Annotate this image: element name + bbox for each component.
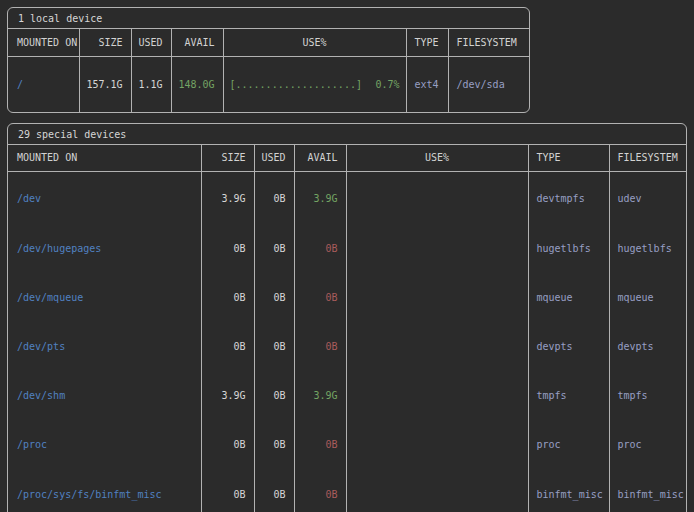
special-header-row: MOUNTED ON SIZE USED AVAIL USE% TYPE FIL… <box>8 145 686 172</box>
use-percent-cell <box>346 421 528 470</box>
mount-row: /dev/shm 3.9G 0B 3.9G tmpfs tmpfs <box>8 372 686 421</box>
mounted-on-cell: /proc/sys/fs/binfmt_misc <box>8 470 201 512</box>
used-cell: 0B <box>254 421 294 470</box>
column-header-use-percent: USE% <box>223 29 406 56</box>
mount-row: /proc/sys/fs/binfmt_misc 0B 0B 0B binfmt… <box>8 470 686 512</box>
use-percent-cell <box>346 224 528 273</box>
special-devices-rows: /dev 3.9G 0B 3.9G devtmpfs udev /dev/hug… <box>8 172 686 512</box>
avail-cell: 3.9G <box>294 372 346 421</box>
avail-cell: 0B <box>294 421 346 470</box>
special-devices-title: 29 special devices <box>8 124 686 145</box>
use-percent-cell <box>346 470 528 512</box>
column-header-avail: AVAIL <box>171 29 223 56</box>
column-header-mounted-on: MOUNTED ON <box>8 145 201 172</box>
column-header-size: SIZE <box>79 29 131 56</box>
avail-cell: 3.9G <box>294 172 346 225</box>
mount-row: /dev 3.9G 0B 3.9G devtmpfs udev <box>8 172 686 225</box>
column-header-type: TYPE <box>406 29 448 56</box>
mounted-on-cell: / <box>8 56 79 112</box>
local-header-row: MOUNTED ON SIZE USED AVAIL USE% TYPE FIL… <box>8 29 529 56</box>
avail-cell: 0B <box>294 470 346 512</box>
use-percent-cell <box>346 273 528 322</box>
column-header-avail: AVAIL <box>294 145 346 172</box>
filesystem-cell: hugetlbfs <box>609 224 686 273</box>
avail-cell: 148.0G <box>171 56 223 112</box>
filesystem-cell: udev <box>609 172 686 225</box>
mounted-on-cell: /dev/mqueue <box>8 273 201 322</box>
size-cell: 0B <box>201 273 254 322</box>
local-devices-panel: 1 local device MOUNTED ON SIZE USED AVAI… <box>7 7 530 113</box>
used-cell: 0B <box>254 372 294 421</box>
type-cell: hugetlbfs <box>528 224 609 273</box>
used-cell: 0B <box>254 273 294 322</box>
size-cell: 3.9G <box>201 172 254 225</box>
mount-row: /proc 0B 0B 0B proc proc <box>8 421 686 470</box>
type-cell: proc <box>528 421 609 470</box>
filesystem-cell: devpts <box>609 323 686 372</box>
column-header-size: SIZE <box>201 145 254 172</box>
column-header-used: USED <box>254 145 294 172</box>
use-percent-cell: [....................] 0.7% <box>223 56 406 112</box>
type-cell: tmpfs <box>528 372 609 421</box>
column-header-type: TYPE <box>528 145 609 172</box>
local-devices-table: MOUNTED ON SIZE USED AVAIL USE% TYPE FIL… <box>8 29 529 112</box>
filesystem-cell: /dev/sda <box>448 56 529 112</box>
type-cell: binfmt_misc <box>528 470 609 512</box>
column-header-mounted-on: MOUNTED ON <box>8 29 79 56</box>
mount-row: /dev/pts 0B 0B 0B devpts devpts <box>8 323 686 372</box>
size-cell: 0B <box>201 224 254 273</box>
use-percent-cell <box>346 323 528 372</box>
mount-row: /dev/hugepages 0B 0B 0B hugetlbfs hugetl… <box>8 224 686 273</box>
used-cell: 1.1G <box>131 56 171 112</box>
used-cell: 0B <box>254 172 294 225</box>
type-cell: devpts <box>528 323 609 372</box>
usage-bar-wrap: [....................] 0.7% <box>224 79 406 90</box>
filesystem-cell: binfmt_misc <box>609 470 686 512</box>
local-devices-title: 1 local device <box>8 8 529 29</box>
size-cell: 0B <box>201 323 254 372</box>
special-devices-panel: 29 special devices MOUNTED ON SIZE USED … <box>7 123 687 512</box>
type-cell: devtmpfs <box>528 172 609 225</box>
mount-row: / 157.1G 1.1G 148.0G [..................… <box>8 56 529 112</box>
used-cell: 0B <box>254 224 294 273</box>
mounted-on-cell: /dev/shm <box>8 372 201 421</box>
avail-cell: 0B <box>294 323 346 372</box>
column-header-filesystem: FILESYSTEM <box>609 145 686 172</box>
filesystem-cell: mqueue <box>609 273 686 322</box>
filesystem-cell: proc <box>609 421 686 470</box>
avail-cell: 0B <box>294 273 346 322</box>
mounted-on-cell: /dev/pts <box>8 323 201 372</box>
avail-cell: 0B <box>294 224 346 273</box>
column-header-use-percent: USE% <box>346 145 528 172</box>
use-percent-cell <box>346 172 528 225</box>
filesystem-cell: tmpfs <box>609 372 686 421</box>
usage-percent: 0.7% <box>375 79 399 90</box>
size-cell: 157.1G <box>79 56 131 112</box>
mounted-on-cell: /dev <box>8 172 201 225</box>
size-cell: 0B <box>201 421 254 470</box>
column-header-used: USED <box>131 29 171 56</box>
size-cell: 3.9G <box>201 372 254 421</box>
local-devices-rows: / 157.1G 1.1G 148.0G [..................… <box>8 56 529 112</box>
mounted-on-cell: /dev/hugepages <box>8 224 201 273</box>
type-cell: mqueue <box>528 273 609 322</box>
usage-bar: [....................] <box>230 79 362 90</box>
size-cell: 0B <box>201 470 254 512</box>
type-cell: ext4 <box>406 56 448 112</box>
column-header-filesystem: FILESYSTEM <box>448 29 529 56</box>
mounted-on-cell: /proc <box>8 421 201 470</box>
mount-row: /dev/mqueue 0B 0B 0B mqueue mqueue <box>8 273 686 322</box>
use-percent-cell <box>346 372 528 421</box>
used-cell: 0B <box>254 470 294 512</box>
used-cell: 0B <box>254 323 294 372</box>
special-devices-table: MOUNTED ON SIZE USED AVAIL USE% TYPE FIL… <box>8 145 686 512</box>
